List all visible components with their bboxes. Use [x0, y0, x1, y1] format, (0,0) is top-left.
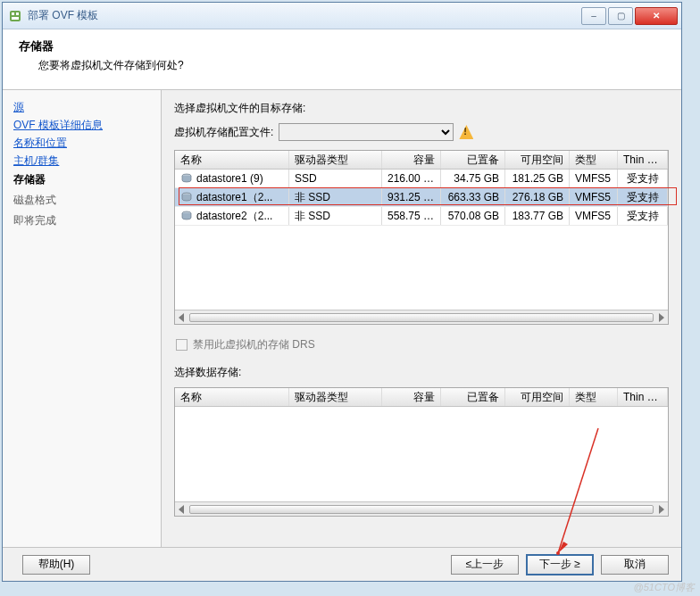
watermark: @51CTO博客: [634, 581, 695, 594]
col2-provisioned[interactable]: 已置备: [441, 388, 505, 406]
nav-current-storage: 存储器: [13, 172, 150, 187]
nav-link-source[interactable]: 源: [13, 101, 150, 113]
datastore-icon: [180, 172, 193, 185]
cell-name: datastore2（2...: [196, 210, 272, 222]
select-datastore-label: 选择数据存储:: [174, 365, 669, 380]
cell-provisioned: 34.75 GB: [441, 170, 505, 187]
cell-thin: 受支持: [618, 207, 668, 225]
horizontal-scrollbar[interactable]: [175, 310, 668, 324]
nav-disabled-ready: 即将完成: [13, 213, 150, 228]
col-free[interactable]: 可用空间: [505, 151, 570, 169]
warning-icon: [459, 125, 473, 139]
col-capacity[interactable]: 容量: [382, 151, 441, 169]
storage-profile-select[interactable]: [279, 123, 454, 141]
col-thin[interactable]: Thin Prov: [618, 151, 668, 169]
datastore-icon: [180, 191, 193, 203]
svg-rect-0: [10, 11, 21, 21]
cell-type: VMFS5: [570, 170, 618, 187]
cell-name: datastore1 (9): [196, 172, 263, 185]
nav-link-host-cluster[interactable]: 主机/群集: [13, 154, 150, 167]
cell-name: datastore1（2...: [196, 191, 272, 203]
col-name[interactable]: 名称: [175, 151, 289, 169]
col-drive-type[interactable]: 驱动器类型: [289, 151, 382, 169]
cell-drive-type: SSD: [289, 170, 382, 187]
minimize-button[interactable]: –: [581, 7, 606, 25]
next-button[interactable]: 下一步 ≥: [526, 554, 594, 575]
maximize-button[interactable]: ▢: [608, 7, 633, 25]
table-row[interactable]: datastore1 (9)SSD216.00 GB34.75 GB181.25…: [175, 170, 668, 188]
cell-type: VMFS5: [570, 207, 618, 225]
wizard-header: 存储器 您要将虚拟机文件存储到何处?: [3, 29, 681, 90]
table-row[interactable]: datastore2（2...非 SSD558.75 GB570.08 GB18…: [175, 207, 668, 226]
wizard-nav: 源 OVF 模板详细信息 名称和位置 主机/群集 存储器 磁盘格式 即将完成: [3, 90, 162, 547]
storage-profile-row: 虚拟机存储配置文件:: [174, 123, 669, 141]
disable-drs-label: 禁用此虚拟机的存储 DRS: [193, 337, 315, 352]
help-button[interactable]: 帮助(H): [22, 555, 90, 575]
table-row[interactable]: datastore1（2...非 SSD931.25 GB663.33 GB27…: [175, 188, 668, 207]
cell-capacity: 558.75 GB: [382, 207, 441, 225]
svg-rect-2: [16, 12, 19, 15]
col2-free[interactable]: 可用空间: [505, 388, 570, 406]
window-title: 部署 OVF 模板: [28, 8, 579, 23]
svg-rect-3: [12, 17, 19, 20]
cell-thin: 受支持: [618, 188, 668, 206]
app-icon: [8, 9, 22, 23]
cell-capacity: 931.25 GB: [382, 188, 441, 206]
cell-type: VMFS5: [570, 188, 618, 206]
storage-profile-label: 虚拟机存储配置文件:: [174, 125, 273, 140]
col-provisioned[interactable]: 已置备: [441, 151, 505, 169]
cell-drive-type: 非 SSD: [289, 188, 382, 206]
cell-free: 183.77 GB: [505, 207, 570, 225]
col2-type[interactable]: 类型: [570, 388, 618, 406]
col2-capacity[interactable]: 容量: [382, 388, 441, 406]
disable-drs-row: 禁用此虚拟机的存储 DRS: [176, 337, 667, 352]
cell-provisioned: 663.33 GB: [441, 188, 505, 206]
selected-datastore-table: 名称 驱动器类型 容量 已置备 可用空间 类型 Thin Provi: [174, 387, 669, 517]
svg-rect-1: [12, 12, 14, 15]
back-button[interactable]: ≤上一步: [451, 555, 519, 575]
cell-free: 181.25 GB: [505, 170, 570, 187]
cell-capacity: 216.00 GB: [382, 170, 441, 187]
titlebar[interactable]: 部署 OVF 模板 – ▢ ✕: [3, 3, 681, 29]
datastore-icon: [180, 210, 193, 222]
nav-link-name-location[interactable]: 名称和位置: [13, 137, 150, 149]
page-title: 存储器: [19, 38, 665, 54]
cell-provisioned: 570.08 GB: [441, 207, 505, 225]
cell-drive-type: 非 SSD: [289, 207, 382, 225]
disable-drs-checkbox[interactable]: [176, 339, 188, 351]
table-header: 名称 驱动器类型 容量 已置备 可用空间 类型 Thin Prov: [175, 151, 668, 170]
nav-link-ovf-details[interactable]: OVF 模板详细信息: [13, 119, 150, 131]
col2-drive-type[interactable]: 驱动器类型: [289, 388, 382, 406]
dialog-window: 部署 OVF 模板 – ▢ ✕ 存储器 您要将虚拟机文件存储到何处? 源 OVF…: [2, 2, 682, 582]
target-storage-label: 选择虚拟机文件的目标存储:: [174, 101, 669, 116]
close-button[interactable]: ✕: [635, 7, 678, 25]
cell-thin: 受支持: [618, 170, 668, 187]
col-type[interactable]: 类型: [570, 151, 618, 169]
horizontal-scrollbar-2[interactable]: [175, 501, 668, 516]
cell-free: 276.18 GB: [505, 188, 570, 206]
col2-thin[interactable]: Thin Provi: [618, 388, 668, 406]
page-subtitle: 您要将虚拟机文件存储到何处?: [19, 58, 665, 73]
table2-header: 名称 驱动器类型 容量 已置备 可用空间 类型 Thin Provi: [175, 388, 668, 407]
wizard-body: 源 OVF 模板详细信息 名称和位置 主机/群集 存储器 磁盘格式 即将完成 选…: [3, 90, 681, 547]
datastore-table: 名称 驱动器类型 容量 已置备 可用空间 类型 Thin Prov datast…: [174, 150, 669, 325]
wizard-main: 选择虚拟机文件的目标存储: 虚拟机存储配置文件: 名称 驱动器类型 容量 已置备…: [162, 90, 681, 547]
cancel-button[interactable]: 取消: [601, 555, 669, 575]
wizard-footer: 帮助(H) ≤上一步 下一步 ≥ 取消: [3, 547, 681, 581]
col2-name[interactable]: 名称: [175, 388, 289, 406]
nav-disabled-disk-format: 磁盘格式: [13, 193, 150, 208]
